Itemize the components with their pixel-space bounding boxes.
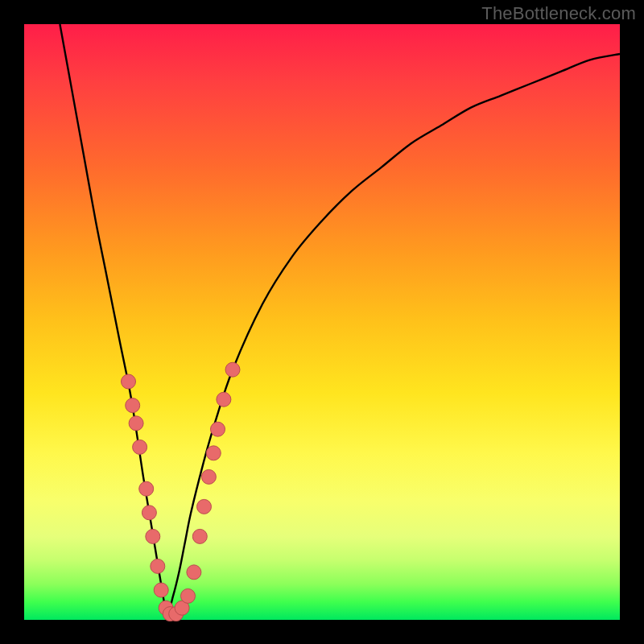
- scatter-points: [122, 362, 241, 621]
- scatter-point: [139, 481, 154, 496]
- chart-overlay: [24, 24, 620, 620]
- scatter-point: [225, 362, 240, 377]
- scatter-point: [129, 416, 143, 431]
- scatter-point: [142, 506, 156, 520]
- scatter-point: [217, 392, 231, 407]
- scatter-point: [133, 440, 147, 454]
- scatter-point: [181, 588, 196, 603]
- scatter-point: [192, 529, 207, 543]
- scatter-point: [146, 529, 160, 543]
- bottleneck-curve: [60, 24, 620, 614]
- scatter-point: [187, 565, 201, 580]
- scatter-point: [206, 446, 221, 460]
- scatter-point: [201, 469, 216, 484]
- scatter-point: [122, 374, 136, 389]
- scatter-point: [211, 422, 225, 436]
- watermark-text: TheBottleneck.com: [481, 3, 636, 24]
- scatter-point: [197, 499, 212, 514]
- scatter-point: [154, 583, 168, 597]
- scatter-point: [126, 398, 140, 413]
- chart-frame: TheBottleneck.com: [0, 0, 644, 644]
- scatter-point: [151, 559, 165, 573]
